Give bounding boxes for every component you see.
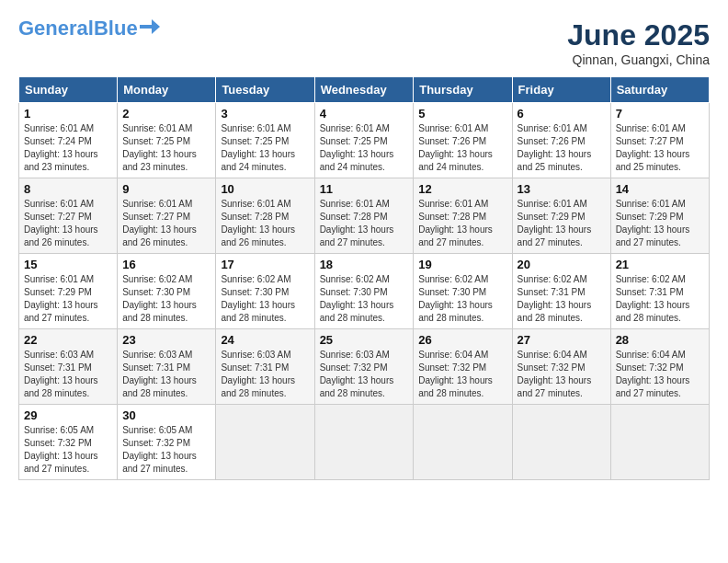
- calendar-cell-22: 22Sunrise: 6:03 AM Sunset: 7:31 PM Dayli…: [19, 329, 118, 405]
- calendar-cell-empty: [216, 405, 314, 480]
- calendar-cell-9: 9Sunrise: 6:01 AM Sunset: 7:27 PM Daylig…: [118, 178, 216, 254]
- day-number: 18: [320, 258, 409, 271]
- calendar-header-thursday: Thursday: [414, 77, 512, 103]
- day-number: 14: [616, 182, 704, 196]
- calendar-cell-1: 1Sunrise: 6:01 AM Sunset: 7:24 PM Daylig…: [19, 103, 118, 178]
- svg-marker-0: [140, 19, 160, 34]
- day-info: Sunrise: 6:05 AM Sunset: 7:32 PM Dayligh…: [122, 424, 210, 476]
- day-info: Sunrise: 6:01 AM Sunset: 7:27 PM Dayligh…: [616, 122, 704, 174]
- calendar-week-2: 8Sunrise: 6:01 AM Sunset: 7:27 PM Daylig…: [19, 178, 710, 254]
- calendar-cell-5: 5Sunrise: 6:01 AM Sunset: 7:26 PM Daylig…: [414, 103, 512, 178]
- day-info: Sunrise: 6:03 AM Sunset: 7:31 PM Dayligh…: [122, 349, 210, 400]
- calendar-week-1: 1Sunrise: 6:01 AM Sunset: 7:24 PM Daylig…: [19, 103, 710, 178]
- day-info: Sunrise: 6:02 AM Sunset: 7:30 PM Dayligh…: [122, 273, 210, 325]
- day-info: Sunrise: 6:01 AM Sunset: 7:29 PM Dayligh…: [24, 273, 112, 325]
- calendar-cell-10: 10Sunrise: 6:01 AM Sunset: 7:28 PM Dayli…: [216, 178, 314, 254]
- day-number: 25: [320, 333, 409, 347]
- day-number: 20: [518, 258, 606, 271]
- day-info: Sunrise: 6:04 AM Sunset: 7:32 PM Dayligh…: [418, 349, 506, 400]
- calendar-week-4: 22Sunrise: 6:03 AM Sunset: 7:31 PM Dayli…: [19, 329, 710, 405]
- calendar-cell-2: 2Sunrise: 6:01 AM Sunset: 7:25 PM Daylig…: [118, 103, 216, 178]
- day-info: Sunrise: 6:03 AM Sunset: 7:31 PM Dayligh…: [221, 349, 309, 400]
- calendar-cell-8: 8Sunrise: 6:01 AM Sunset: 7:27 PM Daylig…: [19, 178, 118, 254]
- day-info: Sunrise: 6:01 AM Sunset: 7:28 PM Dayligh…: [221, 198, 309, 249]
- day-info: Sunrise: 6:02 AM Sunset: 7:30 PM Dayligh…: [221, 273, 309, 325]
- calendar-table: SundayMondayTuesdayWednesdayThursdayFrid…: [18, 76, 710, 480]
- day-info: Sunrise: 6:02 AM Sunset: 7:30 PM Dayligh…: [320, 273, 409, 325]
- day-info: Sunrise: 6:01 AM Sunset: 7:25 PM Dayligh…: [122, 122, 210, 174]
- location: Qinnan, Guangxi, China: [567, 52, 710, 67]
- month-year: June 2025: [567, 18, 710, 52]
- day-number: 5: [418, 107, 506, 121]
- day-number: 28: [616, 333, 704, 347]
- day-info: Sunrise: 6:01 AM Sunset: 7:28 PM Dayligh…: [320, 198, 409, 249]
- calendar-cell-empty: [610, 405, 709, 480]
- calendar-week-3: 15Sunrise: 6:01 AM Sunset: 7:29 PM Dayli…: [19, 254, 710, 329]
- day-number: 19: [418, 258, 506, 271]
- day-info: Sunrise: 6:01 AM Sunset: 7:25 PM Dayligh…: [221, 122, 309, 174]
- day-number: 10: [221, 182, 309, 196]
- day-info: Sunrise: 6:01 AM Sunset: 7:26 PM Dayligh…: [418, 122, 506, 174]
- day-info: Sunrise: 6:02 AM Sunset: 7:31 PM Dayligh…: [518, 273, 606, 325]
- calendar-cell-11: 11Sunrise: 6:01 AM Sunset: 7:28 PM Dayli…: [314, 178, 414, 254]
- day-number: 7: [616, 107, 704, 121]
- day-info: Sunrise: 6:05 AM Sunset: 7:32 PM Dayligh…: [24, 424, 112, 476]
- calendar-cell-empty: [314, 405, 414, 480]
- day-number: 22: [24, 333, 112, 347]
- day-info: Sunrise: 6:02 AM Sunset: 7:30 PM Dayligh…: [418, 273, 506, 325]
- day-info: Sunrise: 6:01 AM Sunset: 7:24 PM Dayligh…: [24, 122, 112, 174]
- day-number: 13: [518, 182, 606, 196]
- page-header: GeneralBlue June 2025 Qinnan, Guangxi, C…: [18, 18, 710, 67]
- day-info: Sunrise: 6:03 AM Sunset: 7:31 PM Dayligh…: [24, 349, 112, 400]
- day-number: 12: [418, 182, 506, 196]
- day-info: Sunrise: 6:01 AM Sunset: 7:26 PM Dayligh…: [518, 122, 606, 174]
- day-number: 2: [122, 107, 210, 121]
- calendar-cell-16: 16Sunrise: 6:02 AM Sunset: 7:30 PM Dayli…: [118, 254, 216, 329]
- day-number: 16: [122, 258, 210, 271]
- day-info: Sunrise: 6:01 AM Sunset: 7:29 PM Dayligh…: [518, 198, 606, 249]
- day-info: Sunrise: 6:01 AM Sunset: 7:25 PM Dayligh…: [320, 122, 409, 174]
- day-number: 23: [122, 333, 210, 347]
- calendar-cell-7: 7Sunrise: 6:01 AM Sunset: 7:27 PM Daylig…: [610, 103, 709, 178]
- day-info: Sunrise: 6:01 AM Sunset: 7:27 PM Dayligh…: [24, 198, 112, 249]
- day-number: 27: [518, 333, 606, 347]
- calendar-cell-19: 19Sunrise: 6:02 AM Sunset: 7:30 PM Dayli…: [414, 254, 512, 329]
- calendar-cell-3: 3Sunrise: 6:01 AM Sunset: 7:25 PM Daylig…: [216, 103, 314, 178]
- calendar-cell-23: 23Sunrise: 6:03 AM Sunset: 7:31 PM Dayli…: [118, 329, 216, 405]
- calendar-header-sunday: Sunday: [19, 77, 118, 103]
- calendar-cell-20: 20Sunrise: 6:02 AM Sunset: 7:31 PM Dayli…: [512, 254, 610, 329]
- day-number: 9: [122, 182, 210, 196]
- calendar-cell-6: 6Sunrise: 6:01 AM Sunset: 7:26 PM Daylig…: [512, 103, 610, 178]
- calendar-header-wednesday: Wednesday: [314, 77, 414, 103]
- calendar-cell-13: 13Sunrise: 6:01 AM Sunset: 7:29 PM Dayli…: [512, 178, 610, 254]
- calendar-cell-29: 29Sunrise: 6:05 AM Sunset: 7:32 PM Dayli…: [19, 405, 118, 480]
- calendar-header-tuesday: Tuesday: [216, 77, 314, 103]
- day-info: Sunrise: 6:04 AM Sunset: 7:32 PM Dayligh…: [616, 349, 704, 400]
- day-number: 21: [616, 258, 704, 271]
- day-number: 11: [320, 182, 409, 196]
- day-number: 30: [122, 408, 210, 422]
- calendar-cell-15: 15Sunrise: 6:01 AM Sunset: 7:29 PM Dayli…: [19, 254, 118, 329]
- day-info: Sunrise: 6:01 AM Sunset: 7:27 PM Dayligh…: [122, 198, 210, 249]
- calendar-cell-4: 4Sunrise: 6:01 AM Sunset: 7:25 PM Daylig…: [314, 103, 414, 178]
- calendar-cell-14: 14Sunrise: 6:01 AM Sunset: 7:29 PM Dayli…: [610, 178, 709, 254]
- day-info: Sunrise: 6:03 AM Sunset: 7:32 PM Dayligh…: [320, 349, 409, 400]
- calendar-header-saturday: Saturday: [610, 77, 709, 103]
- calendar-cell-28: 28Sunrise: 6:04 AM Sunset: 7:32 PM Dayli…: [610, 329, 709, 405]
- day-info: Sunrise: 6:01 AM Sunset: 7:29 PM Dayligh…: [616, 198, 704, 249]
- logo: GeneralBlue: [18, 18, 160, 39]
- calendar-cell-12: 12Sunrise: 6:01 AM Sunset: 7:28 PM Dayli…: [414, 178, 512, 254]
- calendar-cell-26: 26Sunrise: 6:04 AM Sunset: 7:32 PM Dayli…: [414, 329, 512, 405]
- calendar-cell-21: 21Sunrise: 6:02 AM Sunset: 7:31 PM Dayli…: [610, 254, 709, 329]
- calendar-cell-25: 25Sunrise: 6:03 AM Sunset: 7:32 PM Dayli…: [314, 329, 414, 405]
- day-number: 8: [24, 182, 112, 196]
- calendar-week-5: 29Sunrise: 6:05 AM Sunset: 7:32 PM Dayli…: [19, 405, 710, 480]
- day-number: 17: [221, 258, 309, 271]
- day-number: 6: [518, 107, 606, 121]
- logo-text: GeneralBlue: [18, 18, 138, 39]
- calendar-cell-27: 27Sunrise: 6:04 AM Sunset: 7:32 PM Dayli…: [512, 329, 610, 405]
- day-number: 3: [221, 107, 309, 121]
- logo-blue: Blue: [94, 17, 138, 40]
- day-number: 29: [24, 408, 112, 422]
- day-info: Sunrise: 6:01 AM Sunset: 7:28 PM Dayligh…: [418, 198, 506, 249]
